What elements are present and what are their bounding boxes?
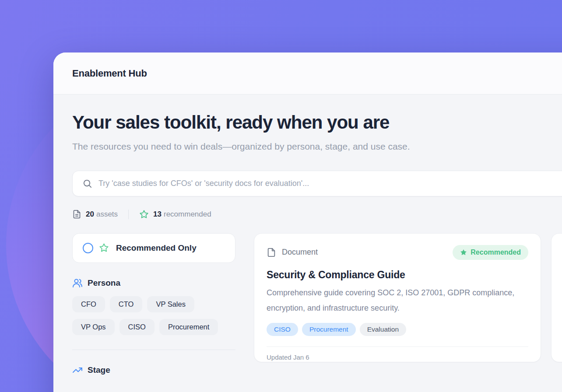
asset-type-label: Document: [282, 248, 318, 257]
users-icon: [72, 278, 83, 288]
asset-card-partial[interactable]: [551, 233, 562, 362]
radio-circle-icon[interactable]: [83, 243, 93, 253]
recommended-badge: Recommended: [453, 245, 528, 260]
assets-count: 20: [86, 210, 94, 219]
persona-section-label: Persona: [88, 278, 120, 288]
divider: [128, 210, 129, 219]
enablement-hub-window: Enablement Hub Your sales toolkit, ready…: [53, 52, 562, 392]
persona-chip-vp-sales[interactable]: VP Sales: [147, 296, 194, 312]
asset-description: Comprehensive guide covering SOC 2, ISO …: [267, 285, 520, 316]
assets-label: assets: [96, 210, 118, 219]
recommended-count: 13: [153, 210, 162, 219]
tag-ciso: CISO: [267, 323, 298, 336]
results-stats: 20 assets 13 recommended: [72, 210, 562, 219]
app-title: Enablement Hub: [72, 68, 147, 79]
window-header: Enablement Hub: [53, 52, 562, 94]
stage-section-label: Stage: [88, 365, 110, 375]
tag-evaluation: Evaluation: [360, 323, 406, 336]
persona-chip-procurement[interactable]: Procurement: [159, 319, 218, 335]
trending-up-icon: [72, 365, 83, 375]
sidebar-divider: [72, 350, 235, 350]
search-icon: [82, 178, 92, 189]
star-filled-icon: [460, 249, 467, 256]
persona-section-header: Persona: [72, 278, 235, 288]
recommended-only-toggle[interactable]: Recommended Only: [72, 233, 235, 263]
asset-title: Security & Compliance Guide: [267, 269, 528, 281]
page-subtitle: The resources you need to win deals—orga…: [72, 139, 422, 154]
desktop-background: Enablement Hub Your sales toolkit, ready…: [0, 0, 562, 392]
star-outline-icon: [139, 210, 149, 219]
page-title: Your sales toolkit, ready when you are: [72, 112, 562, 133]
file-text-icon: [72, 210, 81, 219]
file-icon: [267, 248, 276, 257]
recommended-badge-label: Recommended: [471, 248, 521, 256]
filter-sidebar: Recommended Only Persona: [72, 233, 235, 375]
recommended-label: recommended: [164, 210, 211, 219]
asset-card-security-compliance[interactable]: Document Recommended: [254, 233, 541, 362]
persona-chip-list: CFO CTO VP Sales VP Ops CISO Procurement: [72, 296, 235, 335]
asset-updated-date: Updated Jan 6: [267, 346, 528, 361]
asset-tag-list: CISO Procurement Evaluation: [267, 323, 528, 336]
recommended-only-label: Recommended Only: [116, 243, 197, 253]
search-input[interactable]: [98, 179, 562, 188]
asset-type: Document: [267, 248, 318, 257]
asset-card-grid: Document Recommended: [254, 233, 562, 362]
stage-section-header: Stage: [72, 365, 235, 375]
persona-chip-cfo[interactable]: CFO: [72, 296, 105, 312]
persona-chip-cto[interactable]: CTO: [110, 296, 143, 312]
main-content: Your sales toolkit, ready when you are T…: [53, 94, 562, 375]
tag-procurement: Procurement: [302, 323, 356, 336]
search-bar[interactable]: [72, 171, 562, 196]
star-outline-icon: [99, 243, 109, 253]
persona-chip-vp-ops[interactable]: VP Ops: [72, 319, 115, 335]
persona-chip-ciso[interactable]: CISO: [119, 319, 155, 335]
